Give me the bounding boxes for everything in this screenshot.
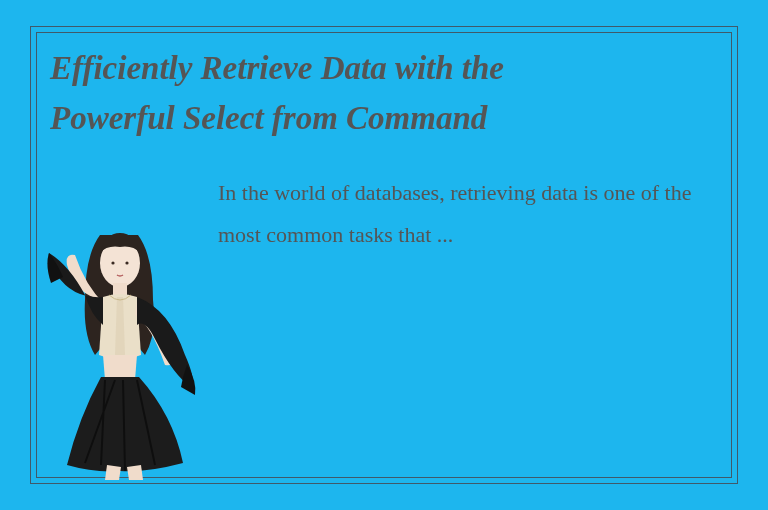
svg-point-2 <box>111 261 114 264</box>
body-paragraph: In the world of databases, retrieving da… <box>218 172 718 256</box>
title-line-2: Powerful Select from Command <box>50 100 487 136</box>
page-title: Efficiently Retrieve Data with the Power… <box>50 44 718 143</box>
figure-illustration <box>45 205 215 480</box>
svg-point-3 <box>125 261 128 264</box>
title-line-1: Efficiently Retrieve Data with the <box>50 50 504 86</box>
